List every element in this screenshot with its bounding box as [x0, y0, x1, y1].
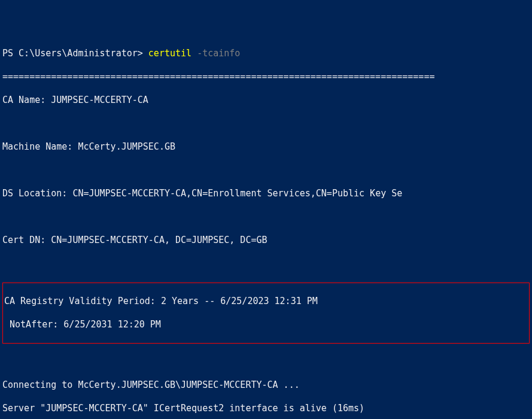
validity-box: CA Registry Validity Period: 2 Years -- …: [2, 283, 530, 344]
blank: [2, 118, 530, 130]
prompt-path: C:\Users\Administrator>: [19, 48, 148, 59]
cert-dn-line: Cert DN: CN=JUMPSEC-MCCERTY-CA, DC=JUMPS…: [2, 235, 530, 247]
machine-line: Machine Name: McCerty.JUMPSEC.GB: [2, 141, 530, 153]
machine-label: Machine Name:: [2, 141, 78, 152]
command-name: certutil: [148, 48, 197, 59]
cert-dn-label: Cert DN:: [2, 235, 51, 245]
ds-value: CN=JUMPSEC-MCCERTY-CA,CN=Enrollment Serv…: [72, 188, 402, 199]
validity-period-line: CA Registry Validity Period: 2 Years -- …: [4, 296, 528, 308]
prompt-line[interactable]: PS C:\Users\Administrator> certutil -tca…: [2, 48, 530, 60]
blank: [2, 165, 530, 177]
blank: [2, 258, 530, 270]
command-arg: -tcainfo: [197, 48, 240, 59]
ps-prefix: PS: [2, 48, 19, 59]
divider-line: ========================================…: [2, 71, 530, 83]
machine-value: McCerty.JUMPSEC.GB: [78, 141, 175, 152]
validity-notafter-line: NotAfter: 6/25/2031 12:20 PM: [4, 319, 528, 331]
cert-dn-value: CN=JUMPSEC-MCCERTY-CA, DC=JUMPSEC, DC=GB: [51, 235, 267, 245]
ca-name-line: CA Name: JUMPSEC-MCCERTY-CA: [2, 95, 530, 107]
server-alive-line: Server "JUMPSEC-MCCERTY-CA" ICertRequest…: [2, 403, 530, 415]
ca-name-label: CA Name:: [2, 95, 51, 105]
ca-name-value: JUMPSEC-MCCERTY-CA: [51, 95, 148, 105]
ds-label: DS Location:: [2, 188, 72, 199]
blank: [2, 356, 530, 368]
blank: [2, 211, 530, 223]
ds-line: DS Location: CN=JUMPSEC-MCCERTY-CA,CN=En…: [2, 188, 530, 200]
connecting-line: Connecting to McCerty.JUMPSEC.GB\JUMPSEC…: [2, 379, 530, 391]
